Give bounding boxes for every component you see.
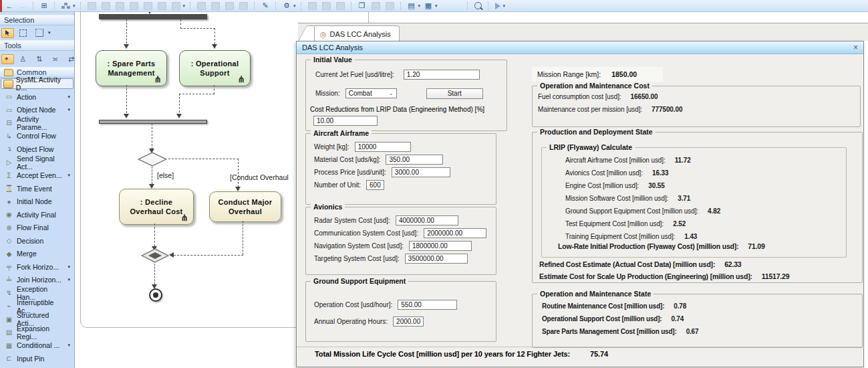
action-node-spare-parts[interactable]: : Spare Parts Management ⋔ xyxy=(96,50,167,86)
palette-item-label: Object Flow xyxy=(17,145,53,153)
start-button[interactable]: Start xyxy=(426,88,483,99)
fork-bar[interactable] xyxy=(99,14,207,19)
align-dropdown-icon[interactable]: ▾ xyxy=(183,3,186,9)
total-lcc-value: 75.74 xyxy=(590,350,608,358)
palette-item-icon: ◉ xyxy=(5,211,13,218)
notes-dropdown-icon[interactable]: ▾ xyxy=(418,3,421,9)
edit-tool-icon[interactable] xyxy=(308,2,317,10)
tools-section-header[interactable]: Tools xyxy=(0,40,74,51)
close-icon[interactable]: × xyxy=(853,43,858,52)
sticky-tool-button[interactable]: ⌖ xyxy=(1,54,14,64)
field-input[interactable]: 10000 xyxy=(355,142,411,152)
field-input[interactable]: 4000000.00 xyxy=(396,215,458,225)
search-icon[interactable] xyxy=(474,2,482,9)
align-tool-icon[interactable] xyxy=(172,2,180,10)
align-tool-icon[interactable] xyxy=(88,2,96,10)
palette-item[interactable]: ⊏ Input Pin ▾ xyxy=(0,352,74,365)
palette-item[interactable]: ⊐ Output Pin ▾ xyxy=(0,365,74,368)
palette-item[interactable]: ◇ Decision ▾ xyxy=(0,234,74,248)
center-tool-button[interactable]: ≍ xyxy=(48,52,62,66)
group-select-icon xyxy=(35,29,43,37)
marquee-select-button[interactable] xyxy=(16,26,30,39)
run-icon[interactable] xyxy=(495,3,500,9)
tab-das-lcc-analysis[interactable]: ◎ DAS LCC Analysis xyxy=(314,25,400,42)
group-select-button[interactable] xyxy=(32,26,46,39)
palette-item[interactable]: ◆ Merge ▾ xyxy=(0,248,74,261)
clipboard-icon[interactable]: ❐ xyxy=(357,1,368,11)
documentation-dropdown-icon[interactable]: ▾ xyxy=(435,3,438,9)
sysml-activity-drawer[interactable]: SysML Activity D... xyxy=(1,78,74,89)
palette-item[interactable]: ⊟ Activity Parame... ▾ xyxy=(0,116,74,130)
stamp-tool-button[interactable]: ♙ xyxy=(16,52,30,66)
format-painter-icon[interactable]: ✎ xyxy=(260,1,271,11)
align-tool-icon[interactable] xyxy=(130,2,138,10)
palette-item-dropdown-icon[interactable]: ▾ xyxy=(67,173,70,178)
decision-node[interactable] xyxy=(138,152,167,167)
settings-dropdown-icon[interactable]: ▾ xyxy=(293,3,296,9)
action-node-conduct-overhaul[interactable]: Conduct Major Overhaul xyxy=(209,191,281,222)
align-tool-icon[interactable] xyxy=(116,2,124,10)
hierarchy-dropdown-icon[interactable]: ▾ xyxy=(73,3,76,9)
om-cost-group: Operation and Maintenance Cost Fuel cons… xyxy=(532,86,861,127)
palette-item[interactable]: ▭ Action ▾ xyxy=(0,90,74,104)
notes-icon[interactable]: ▤ xyxy=(406,1,417,11)
mission-select[interactable]: Combat ⌄ xyxy=(345,88,397,98)
edit-tool-icon[interactable] xyxy=(322,2,331,10)
settings-gear-icon[interactable]: ⚙ xyxy=(281,1,292,11)
dialog-title-bar[interactable]: DAS LCC Analysis × xyxy=(297,41,863,54)
run-dropdown-icon[interactable]: ▾ xyxy=(503,3,506,9)
palette-item-dropdown-icon[interactable]: ▾ xyxy=(67,343,70,348)
field-input[interactable]: 600 xyxy=(366,180,384,190)
layout-tool-icon[interactable] xyxy=(211,2,220,10)
palette-item-dropdown-icon[interactable]: ▾ xyxy=(67,264,70,270)
toolbar-separator xyxy=(254,2,255,10)
action-node-operational-support[interactable]: : Operational Support ⋔ xyxy=(179,50,251,86)
palette-item-dropdown-icon[interactable]: ▾ xyxy=(67,94,70,100)
palette-item[interactable]: ╤ Fork Horizo... ▾ xyxy=(0,260,74,274)
selection-section-header[interactable]: Selection xyxy=(0,15,74,25)
paste-tool-icon[interactable] xyxy=(386,2,394,10)
palette-item[interactable]: ▷ Send Signal Act... ▾ xyxy=(0,156,74,169)
align-tool-icon[interactable] xyxy=(144,2,152,10)
jet-fuel-input[interactable]: 1.20 xyxy=(404,70,480,80)
selection-dropdown-icon[interactable]: ▾ xyxy=(48,30,51,35)
palette-item[interactable]: ● Initial Node ▾ xyxy=(0,195,74,208)
layout-tool-icon[interactable] xyxy=(239,2,248,10)
palette-item[interactable]: ⌛ Time Event ▾ xyxy=(0,182,74,195)
lrip-reduction-input[interactable]: 10.00 xyxy=(313,116,378,126)
align-tool-icon[interactable] xyxy=(102,2,110,10)
layout-tool-icon[interactable] xyxy=(225,2,234,10)
action-label-line2: Support xyxy=(200,68,229,78)
containment-tree-icon[interactable]: ⊞ xyxy=(39,1,49,11)
cursor-tool-button[interactable] xyxy=(1,28,14,38)
paste-tool-icon[interactable] xyxy=(372,2,380,10)
palette-item-dropdown-icon[interactable]: ▾ xyxy=(67,277,70,282)
merge-node[interactable] xyxy=(141,248,169,263)
layout-tool-icon[interactable] xyxy=(197,2,206,10)
align-tool-icon[interactable] xyxy=(158,2,166,10)
field-input[interactable]: 2000000.00 xyxy=(424,228,486,238)
field-input[interactable]: 3500000.00 xyxy=(405,254,468,264)
palette-item-dropdown-icon[interactable]: ▾ xyxy=(67,107,70,112)
palette-item[interactable]: ↳ Control Flow ▾ xyxy=(0,130,74,143)
diagram-hierarchy-icon[interactable] xyxy=(61,3,70,9)
field-input[interactable]: 2000.00 xyxy=(393,316,424,327)
value-row-label: Routine Maintenance Cost [million usd]: xyxy=(542,302,664,310)
distribute-tool-button[interactable]: ⇅ xyxy=(32,52,46,66)
activity-final-node[interactable] xyxy=(149,288,162,302)
field-input[interactable]: 350.00 xyxy=(386,155,443,165)
documentation-icon[interactable]: ▦ xyxy=(423,1,434,11)
palette-item[interactable]: ▦ Conditional ... ▾ xyxy=(0,339,74,352)
field-input[interactable]: 550.00 xyxy=(398,300,457,310)
action-node-decline-overhaul[interactable]: : Decline Overhaul Cost ⋔ xyxy=(119,189,194,225)
forward-icon[interactable]: → xyxy=(17,1,28,11)
palette-item[interactable]: ▤ Expansion Regi... ▾ xyxy=(0,326,74,339)
field-input[interactable]: 3000.00 xyxy=(392,167,450,177)
back-icon[interactable]: ← xyxy=(4,1,15,11)
join-bar[interactable] xyxy=(99,120,207,124)
palette-item[interactable]: ◉ Activity Final ▾ xyxy=(0,208,74,221)
edit-tool-icon[interactable] xyxy=(336,2,345,10)
field-input[interactable]: 1800000.00 xyxy=(409,241,472,251)
palette-item[interactable]: Σ Accept Even... ▾ xyxy=(0,169,74,182)
palette-item[interactable]: ⊗ Flow Final ▾ xyxy=(0,221,74,234)
